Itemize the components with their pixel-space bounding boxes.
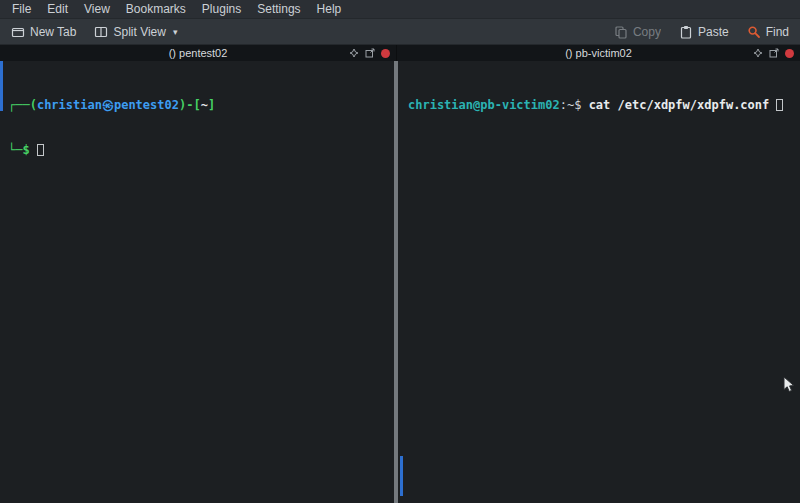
find-button[interactable]: Find [740, 21, 796, 42]
scroll-indicator-right [400, 456, 403, 496]
menu-plugins[interactable]: Plugins [194, 0, 249, 18]
menu-bar: File Edit View Bookmarks Plugins Setting… [0, 0, 800, 19]
new-tab-button[interactable]: New Tab [4, 21, 83, 42]
tab-title-pb-victim02: () pb-victim02 [565, 45, 632, 61]
terminal-cursor [776, 99, 783, 111]
tab-controls-right [753, 45, 794, 61]
paste-button[interactable]: Paste [672, 21, 736, 42]
pin-icon[interactable] [753, 48, 763, 58]
new-tab-icon [11, 25, 25, 39]
copy-button[interactable]: Copy [607, 21, 668, 42]
prompt-separator: : [560, 98, 567, 112]
terminal-pane-pentest02[interactable]: ┌──(christian㉿pentest02)-[~] └─$ [0, 61, 393, 503]
prompt-frame-mid: )-[ [179, 98, 201, 112]
scroll-indicator-left [0, 61, 3, 111]
menu-help[interactable]: Help [309, 0, 350, 18]
split-view-label: Split View [113, 25, 165, 39]
close-button[interactable] [381, 49, 390, 58]
copy-icon [614, 25, 628, 39]
terminal-area: ┌──(christian㉿pentest02)-[~] └─$ christi… [0, 61, 800, 503]
konsole-window: File Edit View Bookmarks Plugins Setting… [0, 0, 800, 503]
split-view-icon [94, 25, 108, 39]
tab-title-pentest02: () pentest02 [169, 45, 228, 61]
mouse-cursor [783, 376, 796, 393]
tab-pentest02[interactable]: () pentest02 [0, 45, 397, 61]
split-view-button[interactable]: Split View ▾ [87, 21, 184, 42]
prompt-frame-close: ] [208, 98, 215, 112]
tab-bar: () pentest02 () pb-victim02 [0, 45, 800, 61]
tab-controls-left [349, 45, 390, 61]
menu-view[interactable]: View [76, 0, 118, 18]
terminal-line: ┌──(christian㉿pentest02)-[~] [8, 98, 393, 113]
menu-edit[interactable]: Edit [39, 0, 76, 18]
tab-pb-victim02[interactable]: () pb-victim02 [397, 45, 800, 61]
pane-divider-scrollbar[interactable] [393, 61, 399, 503]
find-label: Find [766, 25, 789, 39]
prompt-user-host: christian@pb-victim02 [408, 98, 560, 112]
find-icon [747, 25, 761, 39]
paste-icon [679, 25, 693, 39]
detach-icon[interactable] [769, 48, 779, 58]
terminal-cursor [37, 144, 44, 156]
new-tab-label: New Tab [30, 25, 76, 39]
menu-bookmarks[interactable]: Bookmarks [118, 0, 194, 18]
paste-label: Paste [698, 25, 729, 39]
main-toolbar: New Tab Split View ▾ Copy Paste [0, 19, 800, 45]
detach-icon[interactable] [365, 48, 375, 58]
close-button[interactable] [785, 49, 794, 58]
copy-label: Copy [633, 25, 661, 39]
prompt-line2: └─$ [8, 143, 37, 157]
terminal-line: christian@pb-victim02:~$ cat /etc/xdpfw/… [408, 98, 800, 113]
chevron-down-icon: ▾ [173, 27, 178, 37]
menu-settings[interactable]: Settings [249, 0, 308, 18]
terminal-line: └─$ [8, 143, 393, 158]
terminal-pane-pb-victim02[interactable]: christian@pb-victim02:~$ cat /etc/xdpfw/… [400, 61, 800, 503]
pin-icon[interactable] [349, 48, 359, 58]
prompt-dollar: $ [574, 98, 588, 112]
prompt-user-host: christian㉿pentest02 [37, 98, 179, 112]
command-text: cat /etc/xdpfw/xdpfw.conf [589, 98, 777, 112]
prompt-frame-open: ┌──( [8, 98, 37, 112]
menu-file[interactable]: File [4, 0, 39, 18]
prompt-path: ~ [201, 98, 208, 112]
